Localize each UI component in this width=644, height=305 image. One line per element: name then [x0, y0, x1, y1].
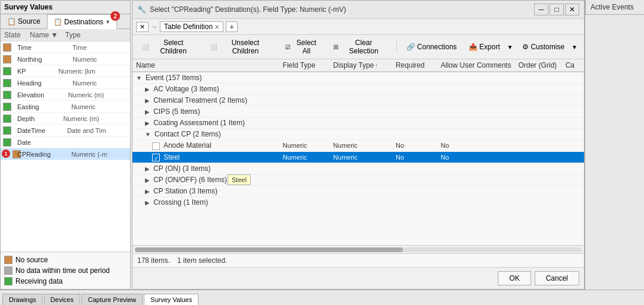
- cell-required: [392, 163, 437, 174]
- destinations-tab-dropdown[interactable]: ▼: [105, 19, 111, 25]
- expand-icon[interactable]: ▶: [145, 199, 150, 206]
- customise-button[interactable]: ⚙ Customise ▼: [518, 41, 580, 53]
- export-button[interactable]: 📤 Export ▼: [465, 41, 516, 53]
- bottom-tab-drawings[interactable]: Drawings: [2, 294, 43, 305]
- table-row[interactable]: ▶ CP (ON) (3 Items): [132, 163, 584, 174]
- cell-order: [514, 106, 561, 117]
- cell-required: [392, 106, 437, 117]
- legend-no-source: No source: [4, 255, 127, 265]
- tab-source[interactable]: 📋 Source: [1, 14, 47, 28]
- cell-ca: [562, 129, 584, 140]
- table-row[interactable]: Anode Material Numeric Numeric No No: [132, 140, 584, 152]
- active-events-title: Active Events: [585, 0, 644, 15]
- select-children-button[interactable]: ⬜ Select Children: [136, 37, 202, 57]
- breadcrumb-close-btn[interactable]: ✕: [136, 22, 149, 32]
- export-icon: 📤 Export: [465, 41, 504, 53]
- cell-display-type: [330, 72, 392, 84]
- row-name: Time: [17, 44, 72, 51]
- list-item[interactable]: KP Numeric (km: [1, 65, 130, 77]
- list-item[interactable]: Time Time: [1, 42, 130, 53]
- row-checkbox[interactable]: [152, 142, 160, 150]
- ok-button[interactable]: OK: [498, 271, 531, 285]
- cancel-button[interactable]: Cancel: [535, 271, 579, 285]
- expand-icon[interactable]: ▶: [145, 86, 150, 93]
- expand-icon[interactable]: ▶: [145, 109, 150, 115]
- table-row[interactable]: ▶ Coating Assessment (1 Item): [132, 117, 584, 129]
- row-checkbox[interactable]: ✓: [152, 154, 160, 161]
- maximize-button[interactable]: □: [550, 4, 564, 15]
- bottom-tab-devices[interactable]: Devices: [44, 294, 80, 305]
- customise-dropdown-arrow[interactable]: ▼: [569, 41, 580, 53]
- destinations-tab-label: Destinations: [64, 18, 103, 26]
- expand-icon[interactable]: ▶: [145, 97, 150, 104]
- select-all-button[interactable]: ☑ Select All: [280, 37, 326, 57]
- list-item[interactable]: Date: [1, 136, 130, 148]
- cell-allow-comments: [437, 129, 515, 140]
- table-row[interactable]: ▶ AC Voltage (3 Items): [132, 84, 584, 95]
- table-row[interactable]: ▶ Chemical Treatment (2 Items): [132, 95, 584, 106]
- no-data-swatch: [4, 266, 12, 275]
- list-item[interactable]: Heading Numeric: [1, 77, 130, 89]
- swatch: [3, 55, 11, 63]
- col-ca[interactable]: Ca: [562, 59, 584, 72]
- cell-required: [392, 84, 437, 95]
- unselect-children-button[interactable]: ⬜ Unselect Children: [204, 37, 278, 57]
- expand-icon[interactable]: ▶: [145, 120, 150, 126]
- row-type: Numeric (km: [58, 68, 128, 75]
- table-row[interactable]: ▶ CP (ON/OFF) (6 Items) Steel: [132, 174, 584, 186]
- col-required[interactable]: Required: [392, 59, 437, 72]
- breadcrumb-item-close[interactable]: ✕: [214, 24, 219, 30]
- export-label: Export: [479, 43, 500, 51]
- cell-field-type: Numeric: [279, 140, 330, 152]
- list-item[interactable]: 1 CPReading Numeric (-m: [1, 148, 130, 160]
- cell-name: ▶ CIPS (5 Items): [132, 106, 279, 117]
- horizontal-scrollbar[interactable]: [132, 245, 584, 253]
- expand-icon[interactable]: ▶: [145, 188, 150, 195]
- row-name: Heading: [17, 80, 72, 87]
- cell-order: [514, 72, 561, 84]
- tab-destinations[interactable]: 📋 Destinations ▼ 2: [47, 14, 117, 29]
- expand-icon[interactable]: ▼: [136, 75, 142, 81]
- list-item[interactable]: Northing Numeric: [1, 53, 130, 65]
- bottom-tab-survey-values[interactable]: Survey Values: [144, 294, 198, 305]
- row-type: Date and Tim: [67, 127, 128, 134]
- export-dropdown-arrow[interactable]: ▼: [504, 41, 516, 53]
- cell-order: [514, 84, 561, 95]
- list-item[interactable]: Depth Numeric (m): [1, 113, 130, 125]
- col-display-type[interactable]: Display Type ↑: [330, 59, 392, 72]
- list-item[interactable]: Elevation Numeric (m): [1, 89, 130, 101]
- cell-name: ▼ Contact CP (2 Items): [132, 129, 279, 140]
- table-row[interactable]: ✓ Steel Numeric Numeric No No: [132, 151, 584, 163]
- expand-icon[interactable]: ▶: [145, 177, 150, 183]
- col-field-type[interactable]: Field Type: [279, 59, 330, 72]
- expand-icon[interactable]: ▼: [145, 131, 151, 138]
- group-label: Contact CP (2 Items): [154, 130, 221, 138]
- connections-button[interactable]: 🔗 Connections: [401, 41, 462, 53]
- col-name[interactable]: Name: [132, 59, 279, 72]
- cell-allow-comments: [437, 72, 515, 84]
- cell-ca: [562, 106, 584, 117]
- breadcrumb-add-button[interactable]: +: [226, 21, 238, 32]
- table-row[interactable]: ▶ CIPS (5 Items): [132, 106, 584, 117]
- group-label: CP (ON) (3 Items): [153, 164, 210, 173]
- table-row[interactable]: ▼ Contact CP (2 Items): [132, 129, 584, 140]
- cell-allow-comments: [437, 186, 515, 197]
- cell-required: [392, 129, 437, 140]
- destinations-badge: 2: [111, 11, 120, 21]
- close-button[interactable]: ✕: [565, 4, 579, 15]
- left-panel-header: Survey Values: [1, 1, 130, 14]
- receiving-label: Receiving data: [15, 277, 62, 285]
- col-order-grid[interactable]: Order (Grid): [514, 59, 561, 72]
- clear-selection-button[interactable]: ☒ Clear Selection: [328, 37, 392, 57]
- col-allow-user-comments[interactable]: Allow User Comments: [437, 59, 515, 72]
- breadcrumb-table-definition[interactable]: Table Definition ✕: [160, 21, 223, 32]
- expand-icon[interactable]: ▶: [145, 166, 150, 172]
- list-item[interactable]: DateTime Date and Tim: [1, 125, 130, 136]
- table-row[interactable]: ▶ CP Station (3 Items): [132, 186, 584, 197]
- minimize-button[interactable]: ─: [534, 4, 548, 15]
- table-row[interactable]: ▼ Event (157 Items): [132, 72, 584, 84]
- table-row[interactable]: ▶ Crossing (1 Item): [132, 197, 584, 208]
- bottom-tab-capture-preview[interactable]: Capture Preview: [81, 294, 143, 305]
- cell-name: ▼ Event (157 Items): [132, 72, 279, 84]
- list-item[interactable]: Easting Numeric: [1, 101, 130, 113]
